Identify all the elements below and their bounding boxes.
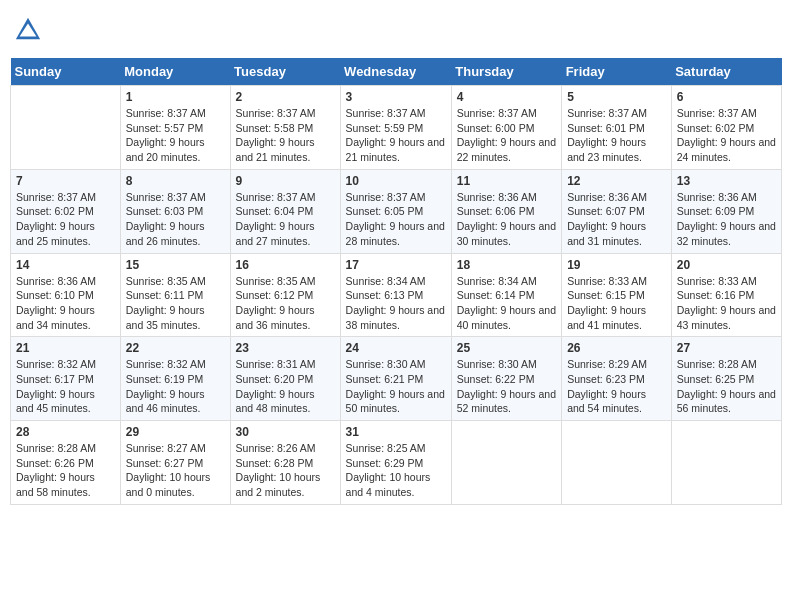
day-number: 3 <box>346 90 446 104</box>
day-info: Sunrise: 8:28 AMSunset: 6:25 PMDaylight:… <box>677 357 776 416</box>
weekday-header-tuesday: Tuesday <box>230 58 340 86</box>
calendar-cell: 3Sunrise: 8:37 AMSunset: 5:59 PMDaylight… <box>340 86 451 170</box>
day-number: 24 <box>346 341 446 355</box>
day-info: Sunrise: 8:37 AMSunset: 5:58 PMDaylight:… <box>236 106 335 165</box>
day-info: Sunrise: 8:26 AMSunset: 6:28 PMDaylight:… <box>236 441 335 500</box>
day-number: 9 <box>236 174 335 188</box>
day-number: 26 <box>567 341 666 355</box>
day-info: Sunrise: 8:25 AMSunset: 6:29 PMDaylight:… <box>346 441 446 500</box>
day-info: Sunrise: 8:28 AMSunset: 6:26 PMDaylight:… <box>16 441 115 500</box>
day-info: Sunrise: 8:37 AMSunset: 6:01 PMDaylight:… <box>567 106 666 165</box>
day-info: Sunrise: 8:36 AMSunset: 6:10 PMDaylight:… <box>16 274 115 333</box>
calendar-cell <box>451 421 561 505</box>
calendar-cell: 16Sunrise: 8:35 AMSunset: 6:12 PMDayligh… <box>230 253 340 337</box>
day-number: 21 <box>16 341 115 355</box>
calendar-cell: 4Sunrise: 8:37 AMSunset: 6:00 PMDaylight… <box>451 86 561 170</box>
week-row-2: 7Sunrise: 8:37 AMSunset: 6:02 PMDaylight… <box>11 169 782 253</box>
day-info: Sunrise: 8:32 AMSunset: 6:17 PMDaylight:… <box>16 357 115 416</box>
calendar-cell: 24Sunrise: 8:30 AMSunset: 6:21 PMDayligh… <box>340 337 451 421</box>
day-info: Sunrise: 8:33 AMSunset: 6:15 PMDaylight:… <box>567 274 666 333</box>
day-number: 16 <box>236 258 335 272</box>
page-header <box>10 10 782 50</box>
day-info: Sunrise: 8:37 AMSunset: 6:02 PMDaylight:… <box>677 106 776 165</box>
day-number: 30 <box>236 425 335 439</box>
week-row-1: 1Sunrise: 8:37 AMSunset: 5:57 PMDaylight… <box>11 86 782 170</box>
calendar-cell: 9Sunrise: 8:37 AMSunset: 6:04 PMDaylight… <box>230 169 340 253</box>
day-number: 1 <box>126 90 225 104</box>
day-number: 15 <box>126 258 225 272</box>
calendar-cell: 13Sunrise: 8:36 AMSunset: 6:09 PMDayligh… <box>671 169 781 253</box>
day-info: Sunrise: 8:30 AMSunset: 6:21 PMDaylight:… <box>346 357 446 416</box>
week-row-3: 14Sunrise: 8:36 AMSunset: 6:10 PMDayligh… <box>11 253 782 337</box>
calendar-cell: 25Sunrise: 8:30 AMSunset: 6:22 PMDayligh… <box>451 337 561 421</box>
day-info: Sunrise: 8:32 AMSunset: 6:19 PMDaylight:… <box>126 357 225 416</box>
day-info: Sunrise: 8:35 AMSunset: 6:11 PMDaylight:… <box>126 274 225 333</box>
weekday-header-wednesday: Wednesday <box>340 58 451 86</box>
calendar-cell: 29Sunrise: 8:27 AMSunset: 6:27 PMDayligh… <box>120 421 230 505</box>
weekday-header-friday: Friday <box>562 58 672 86</box>
weekday-header-row: SundayMondayTuesdayWednesdayThursdayFrid… <box>11 58 782 86</box>
calendar-cell: 2Sunrise: 8:37 AMSunset: 5:58 PMDaylight… <box>230 86 340 170</box>
day-info: Sunrise: 8:34 AMSunset: 6:14 PMDaylight:… <box>457 274 556 333</box>
day-info: Sunrise: 8:33 AMSunset: 6:16 PMDaylight:… <box>677 274 776 333</box>
logo-icon <box>14 16 42 44</box>
day-number: 14 <box>16 258 115 272</box>
calendar-cell: 17Sunrise: 8:34 AMSunset: 6:13 PMDayligh… <box>340 253 451 337</box>
day-info: Sunrise: 8:37 AMSunset: 6:03 PMDaylight:… <box>126 190 225 249</box>
calendar-cell <box>562 421 672 505</box>
calendar-cell: 10Sunrise: 8:37 AMSunset: 6:05 PMDayligh… <box>340 169 451 253</box>
calendar-table: SundayMondayTuesdayWednesdayThursdayFrid… <box>10 58 782 505</box>
calendar-cell: 7Sunrise: 8:37 AMSunset: 6:02 PMDaylight… <box>11 169 121 253</box>
day-info: Sunrise: 8:37 AMSunset: 6:05 PMDaylight:… <box>346 190 446 249</box>
day-number: 5 <box>567 90 666 104</box>
day-info: Sunrise: 8:30 AMSunset: 6:22 PMDaylight:… <box>457 357 556 416</box>
calendar-cell: 22Sunrise: 8:32 AMSunset: 6:19 PMDayligh… <box>120 337 230 421</box>
day-number: 19 <box>567 258 666 272</box>
day-number: 6 <box>677 90 776 104</box>
calendar-cell: 26Sunrise: 8:29 AMSunset: 6:23 PMDayligh… <box>562 337 672 421</box>
day-number: 10 <box>346 174 446 188</box>
calendar-cell: 18Sunrise: 8:34 AMSunset: 6:14 PMDayligh… <box>451 253 561 337</box>
day-number: 27 <box>677 341 776 355</box>
calendar-cell: 15Sunrise: 8:35 AMSunset: 6:11 PMDayligh… <box>120 253 230 337</box>
day-number: 28 <box>16 425 115 439</box>
day-info: Sunrise: 8:37 AMSunset: 6:02 PMDaylight:… <box>16 190 115 249</box>
day-number: 23 <box>236 341 335 355</box>
calendar-cell: 27Sunrise: 8:28 AMSunset: 6:25 PMDayligh… <box>671 337 781 421</box>
day-info: Sunrise: 8:31 AMSunset: 6:20 PMDaylight:… <box>236 357 335 416</box>
calendar-cell <box>671 421 781 505</box>
weekday-header-thursday: Thursday <box>451 58 561 86</box>
day-info: Sunrise: 8:36 AMSunset: 6:09 PMDaylight:… <box>677 190 776 249</box>
day-number: 17 <box>346 258 446 272</box>
day-number: 4 <box>457 90 556 104</box>
weekday-header-sunday: Sunday <box>11 58 121 86</box>
calendar-cell: 20Sunrise: 8:33 AMSunset: 6:16 PMDayligh… <box>671 253 781 337</box>
day-number: 11 <box>457 174 556 188</box>
day-info: Sunrise: 8:36 AMSunset: 6:07 PMDaylight:… <box>567 190 666 249</box>
calendar-cell: 28Sunrise: 8:28 AMSunset: 6:26 PMDayligh… <box>11 421 121 505</box>
day-info: Sunrise: 8:29 AMSunset: 6:23 PMDaylight:… <box>567 357 666 416</box>
calendar-cell: 21Sunrise: 8:32 AMSunset: 6:17 PMDayligh… <box>11 337 121 421</box>
day-info: Sunrise: 8:37 AMSunset: 5:57 PMDaylight:… <box>126 106 225 165</box>
day-number: 22 <box>126 341 225 355</box>
day-number: 7 <box>16 174 115 188</box>
calendar-cell: 1Sunrise: 8:37 AMSunset: 5:57 PMDaylight… <box>120 86 230 170</box>
day-info: Sunrise: 8:27 AMSunset: 6:27 PMDaylight:… <box>126 441 225 500</box>
weekday-header-monday: Monday <box>120 58 230 86</box>
week-row-4: 21Sunrise: 8:32 AMSunset: 6:17 PMDayligh… <box>11 337 782 421</box>
week-row-5: 28Sunrise: 8:28 AMSunset: 6:26 PMDayligh… <box>11 421 782 505</box>
calendar-cell: 14Sunrise: 8:36 AMSunset: 6:10 PMDayligh… <box>11 253 121 337</box>
day-number: 20 <box>677 258 776 272</box>
calendar-cell: 19Sunrise: 8:33 AMSunset: 6:15 PMDayligh… <box>562 253 672 337</box>
calendar-cell: 5Sunrise: 8:37 AMSunset: 6:01 PMDaylight… <box>562 86 672 170</box>
calendar-cell: 30Sunrise: 8:26 AMSunset: 6:28 PMDayligh… <box>230 421 340 505</box>
day-info: Sunrise: 8:35 AMSunset: 6:12 PMDaylight:… <box>236 274 335 333</box>
day-info: Sunrise: 8:37 AMSunset: 6:04 PMDaylight:… <box>236 190 335 249</box>
calendar-cell <box>11 86 121 170</box>
day-number: 18 <box>457 258 556 272</box>
day-info: Sunrise: 8:37 AMSunset: 5:59 PMDaylight:… <box>346 106 446 165</box>
calendar-cell: 11Sunrise: 8:36 AMSunset: 6:06 PMDayligh… <box>451 169 561 253</box>
day-info: Sunrise: 8:37 AMSunset: 6:00 PMDaylight:… <box>457 106 556 165</box>
calendar-cell: 31Sunrise: 8:25 AMSunset: 6:29 PMDayligh… <box>340 421 451 505</box>
day-info: Sunrise: 8:36 AMSunset: 6:06 PMDaylight:… <box>457 190 556 249</box>
